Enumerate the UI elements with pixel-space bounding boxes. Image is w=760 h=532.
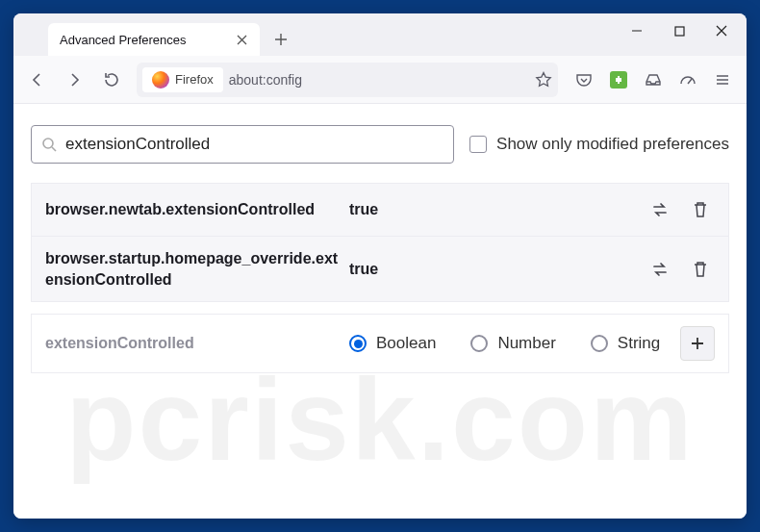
checkbox-icon <box>469 136 487 153</box>
show-only-modified-checkbox[interactable]: Show only modified preferences <box>469 135 729 154</box>
radio-number[interactable]: Number <box>470 334 555 353</box>
pocket-icon[interactable] <box>568 63 600 96</box>
prefs-table: browser.newtab.extensionControlled true … <box>31 183 729 302</box>
title-bar: Advanced Preferences <box>13 13 747 56</box>
pref-name: browser.newtab.extensionControlled <box>45 199 343 220</box>
radio-boolean[interactable]: Boolean <box>349 334 436 353</box>
delete-icon[interactable] <box>686 195 715 224</box>
toolbar-right <box>568 63 739 96</box>
toggle-icon[interactable] <box>646 195 674 224</box>
browser-window: Advanced Preferences <box>13 13 747 519</box>
identity-label: Firefox <box>175 72 214 87</box>
inbox-icon[interactable] <box>637 63 670 96</box>
pref-row[interactable]: browser.newtab.extensionControlled true <box>32 184 728 237</box>
tab-strip: Advanced Preferences <box>13 23 616 56</box>
pref-row[interactable]: browser.startup.homepage_override.extens… <box>32 237 728 301</box>
radio-label: Number <box>497 334 555 353</box>
search-value: extensionControlled <box>65 135 210 154</box>
type-radios: Boolean Number String <box>343 334 680 353</box>
radio-dot-icon <box>349 335 367 352</box>
radio-dot-icon <box>591 335 608 352</box>
pref-value: true <box>343 261 646 278</box>
search-row: extensionControlled Show only modified p… <box>31 125 729 164</box>
add-pref-row: extensionControlled Boolean Number Strin… <box>32 315 728 372</box>
radio-dot-icon <box>470 335 488 352</box>
window-controls <box>616 13 747 56</box>
menu-button[interactable] <box>706 63 739 96</box>
tab-advanced-preferences[interactable]: Advanced Preferences <box>48 23 260 56</box>
search-input[interactable]: extensionControlled <box>31 125 454 164</box>
svg-rect-0 <box>675 27 684 36</box>
pref-name: browser.startup.homepage_override.extens… <box>45 248 343 290</box>
add-pref-button[interactable] <box>680 326 715 361</box>
svg-point-1 <box>43 139 53 148</box>
radio-string[interactable]: String <box>591 334 660 353</box>
nav-toolbar: Firefox about:config <box>13 56 747 104</box>
firefox-icon <box>152 71 169 89</box>
bookmark-star-icon[interactable] <box>535 71 552 89</box>
toggle-icon[interactable] <box>646 255 674 284</box>
radio-label: Boolean <box>376 334 436 353</box>
minimize-button[interactable] <box>616 15 658 46</box>
forward-button[interactable] <box>58 63 90 96</box>
add-pref-table: extensionControlled Boolean Number Strin… <box>31 314 729 373</box>
identity-box[interactable]: Firefox <box>142 67 223 92</box>
tab-title: Advanced Preferences <box>60 33 187 47</box>
show-only-modified-label: Show only modified preferences <box>496 135 729 154</box>
url-text: about:config <box>229 72 302 88</box>
add-pref-name: extensionControlled <box>45 333 343 354</box>
reload-button[interactable] <box>94 63 127 96</box>
speedometer-icon[interactable] <box>671 63 704 96</box>
maximize-button[interactable] <box>658 15 700 46</box>
row-actions <box>646 195 715 224</box>
close-tab-icon[interactable] <box>233 31 250 48</box>
extension-green-icon[interactable] <box>602 63 635 96</box>
new-tab-button[interactable] <box>266 24 296 55</box>
row-actions <box>646 255 715 284</box>
url-bar[interactable]: Firefox about:config <box>137 63 558 97</box>
back-button[interactable] <box>21 63 54 96</box>
pref-value: true <box>343 201 646 218</box>
close-window-button[interactable] <box>700 15 743 46</box>
about-config-content: extensionControlled Show only modified p… <box>13 104 747 519</box>
delete-icon[interactable] <box>686 255 715 284</box>
radio-label: String <box>618 334 660 353</box>
